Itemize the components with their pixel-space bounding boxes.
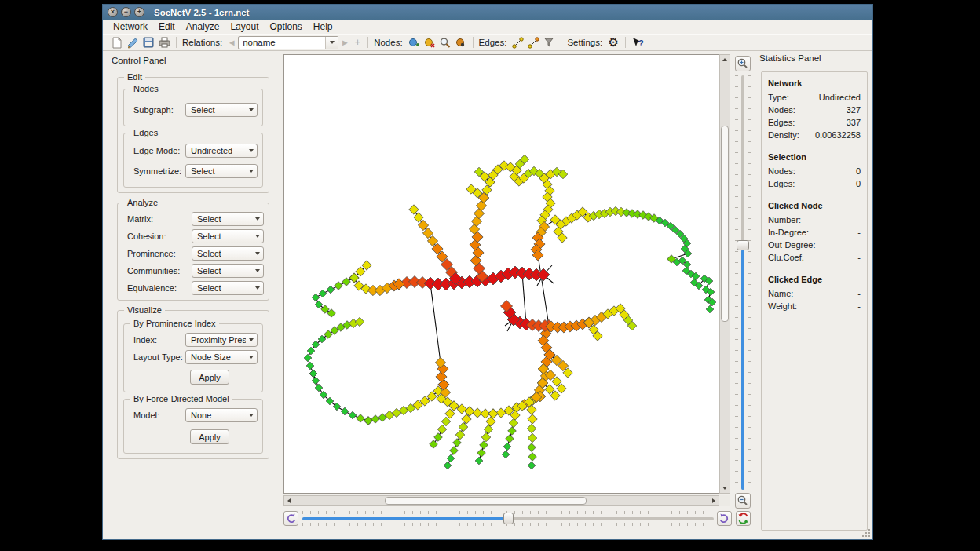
- graph-node[interactable]: [409, 205, 419, 214]
- whats-this-icon[interactable]: ?: [631, 35, 645, 49]
- horizontal-scroll-thumb[interactable]: [385, 497, 587, 505]
- graph-node[interactable]: [484, 425, 493, 434]
- graph-node[interactable]: [371, 415, 380, 424]
- graph-node[interactable]: [341, 407, 349, 415]
- graph-node[interactable]: [364, 417, 373, 425]
- graph-node[interactable]: [312, 294, 320, 301]
- menu-analyze[interactable]: Analyze: [181, 20, 225, 34]
- scroll-right-icon[interactable]: [709, 496, 719, 505]
- graph-node[interactable]: [475, 457, 483, 465]
- edge-mode-select[interactable]: Undirected: [185, 144, 258, 158]
- save-file-icon[interactable]: [141, 35, 155, 49]
- graph-node[interactable]: [349, 411, 357, 419]
- graph-node[interactable]: [307, 347, 315, 355]
- find-node-icon[interactable]: [438, 35, 452, 49]
- graph-node[interactable]: [315, 301, 323, 308]
- graph-node[interactable]: [706, 305, 714, 313]
- zoom-slider-handle[interactable]: [737, 240, 749, 250]
- graph-node[interactable]: [434, 433, 443, 442]
- graph-node[interactable]: [528, 433, 537, 443]
- prev-relation-icon[interactable]: ◂: [225, 36, 238, 49]
- matrix-select[interactable]: Select: [192, 212, 264, 226]
- graph-node[interactable]: [304, 354, 312, 362]
- scroll-down-icon[interactable]: [720, 483, 730, 493]
- graph-node[interactable]: [309, 370, 317, 378]
- graph-node[interactable]: [488, 409, 498, 418]
- menu-network[interactable]: Network: [108, 20, 153, 34]
- menu-edit[interactable]: Edit: [153, 20, 181, 34]
- prominence-select[interactable]: Select: [192, 246, 264, 261]
- menu-layout[interactable]: Layout: [225, 20, 264, 34]
- remove-edge-icon[interactable]: [526, 35, 540, 49]
- graph-node[interactable]: [506, 435, 514, 443]
- graph-node[interactable]: [315, 384, 323, 392]
- graph-node[interactable]: [319, 290, 327, 297]
- graph-node[interactable]: [480, 441, 488, 450]
- minimize-button[interactable]: −: [121, 7, 131, 17]
- graph-node[interactable]: [312, 377, 320, 385]
- graph-node[interactable]: [509, 418, 518, 428]
- graph-node[interactable]: [527, 405, 536, 414]
- new-file-icon[interactable]: [110, 35, 124, 49]
- graph-node[interactable]: [447, 454, 455, 462]
- graph-node[interactable]: [481, 432, 491, 442]
- graph-node[interactable]: [527, 424, 536, 433]
- graph-node[interactable]: [306, 362, 314, 370]
- menu-options[interactable]: Options: [264, 20, 307, 34]
- graph-node[interactable]: [414, 213, 423, 222]
- close-button[interactable]: ×: [108, 7, 118, 17]
- resize-grip-icon[interactable]: [862, 529, 870, 537]
- index-select[interactable]: Proximity Pres: [185, 333, 258, 347]
- graph-node[interactable]: [327, 286, 335, 294]
- print-icon[interactable]: [157, 35, 171, 49]
- zoom-in-button[interactable]: [735, 56, 751, 71]
- zoom-slider-vertical[interactable]: [735, 75, 751, 490]
- graph-node[interactable]: [528, 453, 537, 462]
- graph-node[interactable]: [502, 451, 510, 458]
- graph-node[interactable]: [503, 443, 511, 451]
- rotation-slider[interactable]: [302, 511, 714, 526]
- filter-edges-icon[interactable]: [542, 35, 556, 49]
- menu-help[interactable]: Help: [308, 20, 338, 34]
- rotate-right-button[interactable]: [717, 511, 732, 526]
- relation-combobox[interactable]: noname: [238, 36, 338, 49]
- subgraph-select[interactable]: Select: [185, 103, 258, 117]
- maximize-button[interactable]: +: [134, 7, 144, 17]
- vertical-scroll-thumb[interactable]: [721, 126, 729, 322]
- graph-node[interactable]: [450, 447, 459, 455]
- model-select[interactable]: None: [185, 408, 258, 422]
- add-node-icon[interactable]: [407, 35, 421, 49]
- scroll-left-icon[interactable]: [284, 496, 294, 505]
- open-file-icon[interactable]: [126, 35, 140, 49]
- graph-node[interactable]: [342, 278, 351, 286]
- graph-node[interactable]: [528, 443, 536, 452]
- canvas-horizontal-scrollbar[interactable]: [283, 495, 719, 506]
- cohesion-select[interactable]: Select: [192, 229, 264, 243]
- graph-node[interactable]: [335, 282, 343, 290]
- graph-node[interactable]: [444, 462, 452, 469]
- graph-node[interactable]: [357, 414, 365, 423]
- remove-node-icon[interactable]: [422, 35, 437, 49]
- zoom-out-button[interactable]: [735, 493, 751, 509]
- scroll-up-icon[interactable]: [720, 55, 730, 64]
- reset-view-button[interactable]: [736, 511, 751, 526]
- next-relation-icon[interactable]: ▸: [338, 36, 351, 49]
- graph-node[interactable]: [453, 439, 462, 447]
- graph-node[interactable]: [333, 403, 341, 411]
- rotate-left-button[interactable]: [283, 511, 298, 526]
- network-graph[interactable]: [284, 55, 719, 493]
- settings-gear-icon[interactable]: ⚙: [606, 35, 620, 49]
- graph-node[interactable]: [486, 417, 495, 426]
- graph-node[interactable]: [430, 440, 438, 449]
- add-relation-icon[interactable]: +: [351, 36, 364, 49]
- add-edge-icon[interactable]: [510, 35, 525, 49]
- canvas-vertical-scrollbar[interactable]: [719, 54, 730, 494]
- apply-force-button[interactable]: Apply: [190, 429, 229, 444]
- graph-node[interactable]: [437, 425, 447, 434]
- graph-node[interactable]: [528, 462, 536, 469]
- symmetrize-select[interactable]: Select: [185, 164, 258, 178]
- graph-canvas[interactable]: [283, 54, 719, 494]
- graph-node[interactable]: [441, 417, 451, 426]
- graph-node[interactable]: [477, 449, 486, 458]
- layout-type-select[interactable]: Node Size: [185, 350, 258, 364]
